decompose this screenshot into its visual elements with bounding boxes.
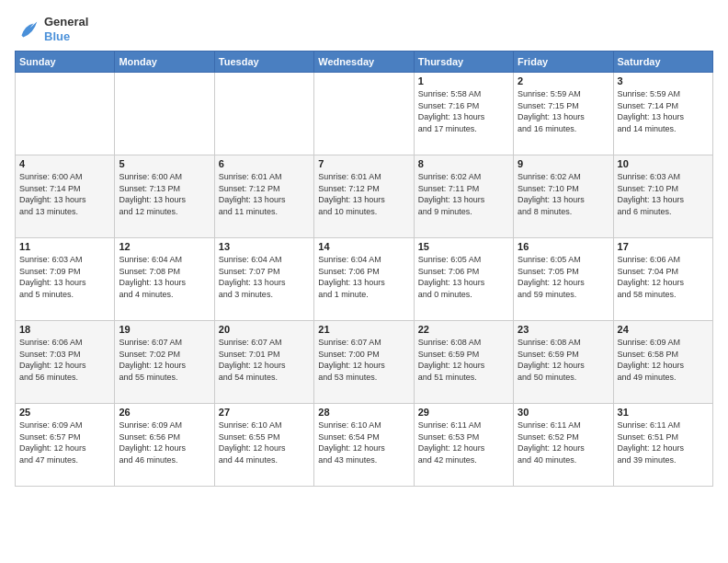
date-number: 23 [518, 324, 609, 335]
cell-content: Sunrise: 6:10 AM Sunset: 6:54 PM Dayligh… [318, 419, 409, 465]
cal-cell: 13Sunrise: 6:04 AM Sunset: 7:07 PM Dayli… [214, 238, 313, 321]
calendar-table: SundayMondayTuesdayWednesdayThursdayFrid… [15, 51, 713, 487]
date-number: 6 [219, 158, 310, 169]
cell-content: Sunrise: 6:09 AM Sunset: 6:57 PM Dayligh… [19, 419, 110, 465]
cell-content: Sunrise: 6:06 AM Sunset: 7:04 PM Dayligh… [618, 254, 709, 300]
cell-content: Sunrise: 6:11 AM Sunset: 6:52 PM Dayligh… [518, 419, 609, 465]
cal-cell: 14Sunrise: 6:04 AM Sunset: 7:06 PM Dayli… [314, 238, 414, 321]
cell-content: Sunrise: 6:04 AM Sunset: 7:08 PM Dayligh… [119, 254, 210, 300]
cal-cell: 28Sunrise: 6:10 AM Sunset: 6:54 PM Dayli… [314, 404, 414, 487]
cal-cell: 2Sunrise: 5:59 AM Sunset: 7:15 PM Daylig… [514, 73, 613, 155]
cell-content: Sunrise: 6:11 AM Sunset: 6:51 PM Dayligh… [618, 419, 709, 465]
date-number: 27 [219, 407, 310, 418]
date-number: 24 [618, 324, 709, 335]
cell-content: Sunrise: 6:11 AM Sunset: 6:53 PM Dayligh… [418, 419, 509, 465]
cell-content: Sunrise: 6:06 AM Sunset: 7:03 PM Dayligh… [19, 337, 110, 383]
cal-cell [314, 73, 414, 155]
date-number: 13 [219, 241, 310, 252]
date-number: 14 [318, 241, 409, 252]
cal-cell: 17Sunrise: 6:06 AM Sunset: 7:04 PM Dayli… [613, 238, 712, 321]
cal-cell: 4Sunrise: 6:00 AM Sunset: 7:14 PM Daylig… [16, 155, 115, 238]
page-header: General Blue [15, 15, 713, 43]
date-number: 22 [418, 324, 509, 335]
cell-content: Sunrise: 5:59 AM Sunset: 7:14 PM Dayligh… [618, 88, 709, 134]
cell-content: Sunrise: 6:10 AM Sunset: 6:55 PM Dayligh… [219, 419, 310, 465]
cal-cell: 30Sunrise: 6:11 AM Sunset: 6:52 PM Dayli… [514, 404, 613, 487]
cell-content: Sunrise: 6:07 AM Sunset: 7:00 PM Dayligh… [318, 337, 409, 383]
cal-cell: 22Sunrise: 6:08 AM Sunset: 6:59 PM Dayli… [414, 321, 513, 404]
date-number: 11 [19, 241, 110, 252]
cal-cell: 7Sunrise: 6:01 AM Sunset: 7:12 PM Daylig… [314, 155, 414, 238]
date-number: 17 [618, 241, 709, 252]
cal-cell: 20Sunrise: 6:07 AM Sunset: 7:01 PM Dayli… [214, 321, 313, 404]
cell-content: Sunrise: 6:09 AM Sunset: 6:56 PM Dayligh… [119, 419, 210, 465]
day-header-thursday: Thursday [414, 52, 513, 73]
cell-content: Sunrise: 6:03 AM Sunset: 7:09 PM Dayligh… [19, 254, 110, 300]
date-number: 28 [318, 407, 409, 418]
cal-cell: 16Sunrise: 6:05 AM Sunset: 7:05 PM Dayli… [514, 238, 613, 321]
cell-content: Sunrise: 6:02 AM Sunset: 7:10 PM Dayligh… [518, 171, 609, 217]
date-number: 16 [518, 241, 609, 252]
date-number: 18 [19, 324, 110, 335]
cal-cell [115, 73, 214, 155]
cell-content: Sunrise: 6:04 AM Sunset: 7:07 PM Dayligh… [219, 254, 310, 300]
date-number: 20 [219, 324, 310, 335]
cell-content: Sunrise: 6:03 AM Sunset: 7:10 PM Dayligh… [618, 171, 709, 217]
cal-cell [214, 73, 313, 155]
cell-content: Sunrise: 6:01 AM Sunset: 7:12 PM Dayligh… [318, 171, 409, 217]
cal-cell [16, 73, 115, 155]
cell-content: Sunrise: 5:59 AM Sunset: 7:15 PM Dayligh… [518, 88, 609, 134]
cell-content: Sunrise: 6:07 AM Sunset: 7:01 PM Dayligh… [219, 337, 310, 383]
date-number: 31 [618, 407, 709, 418]
logo: General Blue [15, 15, 88, 43]
cell-content: Sunrise: 6:00 AM Sunset: 7:14 PM Dayligh… [19, 171, 110, 217]
day-header-wednesday: Wednesday [314, 52, 414, 73]
cal-cell: 31Sunrise: 6:11 AM Sunset: 6:51 PM Dayli… [613, 404, 712, 487]
day-header-tuesday: Tuesday [214, 52, 313, 73]
cell-content: Sunrise: 6:02 AM Sunset: 7:11 PM Dayligh… [418, 171, 509, 217]
date-number: 10 [618, 158, 709, 169]
date-number: 21 [318, 324, 409, 335]
date-number: 4 [19, 158, 110, 169]
cal-cell: 19Sunrise: 6:07 AM Sunset: 7:02 PM Dayli… [115, 321, 214, 404]
logo-icon [15, 17, 40, 42]
cell-content: Sunrise: 6:04 AM Sunset: 7:06 PM Dayligh… [318, 254, 409, 300]
cal-cell: 27Sunrise: 6:10 AM Sunset: 6:55 PM Dayli… [214, 404, 313, 487]
date-number: 30 [518, 407, 609, 418]
cal-cell: 18Sunrise: 6:06 AM Sunset: 7:03 PM Dayli… [16, 321, 115, 404]
day-header-saturday: Saturday [613, 52, 712, 73]
day-header-monday: Monday [115, 52, 214, 73]
date-number: 25 [19, 407, 110, 418]
cell-content: Sunrise: 6:05 AM Sunset: 7:05 PM Dayligh… [518, 254, 609, 300]
date-number: 15 [418, 241, 509, 252]
date-number: 29 [418, 407, 509, 418]
cell-content: Sunrise: 6:07 AM Sunset: 7:02 PM Dayligh… [119, 337, 210, 383]
cal-cell: 21Sunrise: 6:07 AM Sunset: 7:00 PM Dayli… [314, 321, 414, 404]
day-header-friday: Friday [514, 52, 613, 73]
cell-content: Sunrise: 6:05 AM Sunset: 7:06 PM Dayligh… [418, 254, 509, 300]
cal-cell: 24Sunrise: 6:09 AM Sunset: 6:58 PM Dayli… [613, 321, 712, 404]
cal-cell: 8Sunrise: 6:02 AM Sunset: 7:11 PM Daylig… [414, 155, 513, 238]
cal-cell: 1Sunrise: 5:58 AM Sunset: 7:16 PM Daylig… [414, 73, 513, 155]
cell-content: Sunrise: 6:08 AM Sunset: 6:59 PM Dayligh… [518, 337, 609, 383]
cal-cell: 12Sunrise: 6:04 AM Sunset: 7:08 PM Dayli… [115, 238, 214, 321]
cal-cell: 15Sunrise: 6:05 AM Sunset: 7:06 PM Dayli… [414, 238, 513, 321]
cell-content: Sunrise: 5:58 AM Sunset: 7:16 PM Dayligh… [418, 88, 509, 134]
cal-cell: 23Sunrise: 6:08 AM Sunset: 6:59 PM Dayli… [514, 321, 613, 404]
cell-content: Sunrise: 6:01 AM Sunset: 7:12 PM Dayligh… [219, 171, 310, 217]
cell-content: Sunrise: 6:08 AM Sunset: 6:59 PM Dayligh… [418, 337, 509, 383]
cal-cell: 11Sunrise: 6:03 AM Sunset: 7:09 PM Dayli… [16, 238, 115, 321]
cell-content: Sunrise: 6:00 AM Sunset: 7:13 PM Dayligh… [119, 171, 210, 217]
cal-cell: 29Sunrise: 6:11 AM Sunset: 6:53 PM Dayli… [414, 404, 513, 487]
cal-cell: 6Sunrise: 6:01 AM Sunset: 7:12 PM Daylig… [214, 155, 313, 238]
cell-content: Sunrise: 6:09 AM Sunset: 6:58 PM Dayligh… [618, 337, 709, 383]
date-number: 19 [119, 324, 210, 335]
logo-text: General Blue [44, 15, 88, 43]
date-number: 12 [119, 241, 210, 252]
date-number: 9 [518, 158, 609, 169]
cal-cell: 26Sunrise: 6:09 AM Sunset: 6:56 PM Dayli… [115, 404, 214, 487]
date-number: 1 [418, 75, 509, 86]
date-number: 3 [618, 75, 709, 86]
cal-cell: 10Sunrise: 6:03 AM Sunset: 7:10 PM Dayli… [613, 155, 712, 238]
day-header-sunday: Sunday [16, 52, 115, 73]
